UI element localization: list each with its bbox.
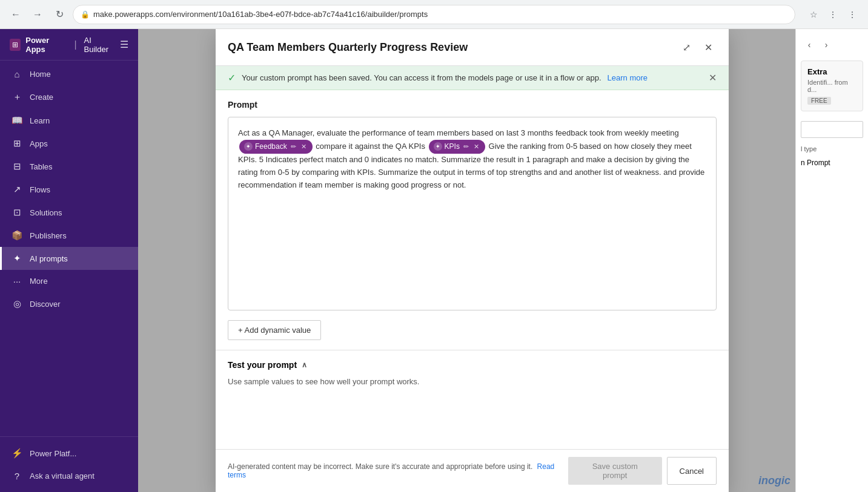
learn-more-link[interactable]: Learn more <box>608 73 648 82</box>
sidebar-footer: ⚡ Power Platf... ? Ask a virtual agent <box>0 436 138 492</box>
sidebar-item-ai-prompts[interactable]: ✦ AI prompts <box>0 247 138 270</box>
more-icon: ··· <box>12 276 22 286</box>
sidebar-item-learn[interactable]: 📖 Learn <box>0 109 138 132</box>
footer-disclaimer: AI-generated content may be incorrect. M… <box>228 462 568 479</box>
right-nav-right[interactable]: › <box>818 36 835 53</box>
sidebar-item-more[interactable]: ··· More <box>0 270 138 292</box>
right-nav-left[interactable]: ‹ <box>801 36 818 53</box>
sidebar-item-label: Create <box>30 93 53 102</box>
sidebar-item-flows[interactable]: ↗ Flows <box>0 178 138 201</box>
power-platform-icon: ⚡ <box>12 448 22 459</box>
learn-icon: 📖 <box>12 115 22 126</box>
sidebar-item-home[interactable]: ⌂ Home <box>0 63 138 85</box>
sidebar-item-publishers[interactable]: 📦 Publishers <box>0 224 138 247</box>
prompt-editor[interactable]: Act as a QA Manager, evaluate the perfor… <box>228 117 717 310</box>
sidebar-item-ask-virtual-agent[interactable]: ? Ask a virtual agent <box>0 465 138 487</box>
disclaimer-text: AI-generated content may be incorrect. M… <box>228 462 532 471</box>
extra-card-desc: Identifi... from d... <box>807 79 856 93</box>
prompt-label: Prompt <box>228 100 717 110</box>
sidebar-nav: ⌂ Home ＋ Create 📖 Learn ⊞ Apps ⊟ Tables … <box>0 61 138 436</box>
close-button[interactable]: ✕ <box>700 39 717 56</box>
right-search-input[interactable] <box>801 121 863 138</box>
extensions-button[interactable]: ⋮ <box>824 6 841 23</box>
lock-icon: 🔒 <box>81 10 90 19</box>
feedback-remove-button[interactable]: ✕ <box>300 143 308 151</box>
feedback-tag[interactable]: ✦ Feedback ✏ ✕ <box>239 140 313 154</box>
modal-footer: AI-generated content may be incorrect. M… <box>216 449 729 492</box>
sidebar-item-label: Tables <box>30 162 53 171</box>
expand-button[interactable]: ⤢ <box>678 39 695 56</box>
sidebar-item-discover[interactable]: ◎ Discover <box>0 292 138 315</box>
divider: | <box>74 39 76 50</box>
more-button[interactable]: ⋮ <box>844 6 861 23</box>
save-custom-prompt-button[interactable]: Save custom prompt <box>568 457 662 485</box>
app-name: Power Apps <box>25 36 67 54</box>
right-prompt-item[interactable]: n Prompt <box>796 155 868 171</box>
right-nav: ‹ › <box>796 34 868 56</box>
sidebar-item-create[interactable]: ＋ Create <box>0 85 138 109</box>
address-bar[interactable]: 🔒 make.powerapps.com/environment/10a161a… <box>73 5 795 24</box>
modal-header: QA Team Members Quarterly Progress Revie… <box>216 29 729 66</box>
solutions-icon: ⊡ <box>12 207 22 218</box>
product-name: AI Builder <box>84 36 115 54</box>
flows-icon: ↗ <box>12 184 22 195</box>
feedback-edit-button[interactable]: ✏ <box>290 143 297 151</box>
free-badge: FREE <box>807 97 831 105</box>
ai-prompts-icon: ✦ <box>12 253 22 264</box>
sidebar-item-apps[interactable]: ⊞ Apps <box>0 132 138 155</box>
kpis-tag-label: KPIs <box>445 141 460 153</box>
kpis-remove-button[interactable]: ✕ <box>472 143 480 151</box>
url-text: make.powerapps.com/environment/10a161ab-… <box>93 10 428 19</box>
sidebar-footer-label: Power Platf... <box>30 449 76 458</box>
prompt-text-before-feedback: Act as a QA Manager, evaluate the perfor… <box>238 128 679 137</box>
sidebar-item-tables[interactable]: ⊟ Tables <box>0 155 138 178</box>
apps-icon: ⊞ <box>12 138 22 149</box>
power-apps-icon: ⊞ <box>10 39 21 51</box>
sidebar-item-power-platform[interactable]: ⚡ Power Platf... <box>0 442 138 465</box>
browser-bar: ← → ↻ 🔒 make.powerapps.com/environment/1… <box>0 0 868 29</box>
modal-body: Prompt Act as a QA Manager, evaluate the… <box>216 90 729 449</box>
banner-close-button[interactable]: ✕ <box>709 72 717 84</box>
success-check-icon: ✓ <box>228 72 236 84</box>
kpis-edit-button[interactable]: ✏ <box>462 143 470 151</box>
prompt-section: Prompt Act as a QA Manager, evaluate the… <box>216 90 729 350</box>
discover-icon: ◎ <box>12 298 22 309</box>
sidebar-item-label: Solutions <box>30 208 62 217</box>
test-header[interactable]: Test your prompt ∧ <box>228 360 717 370</box>
back-button[interactable]: ← <box>7 6 24 23</box>
sidebar-logo: ⊞ Power Apps | AI Builder <box>10 36 115 54</box>
footer-actions: Save custom prompt Cancel <box>568 457 717 485</box>
virtual-agent-icon: ? <box>12 471 22 481</box>
hamburger-icon[interactable]: ☰ <box>120 39 128 50</box>
extra-card: Extra Identifi... from d... FREE <box>801 61 863 111</box>
modal-header-actions: ⤢ ✕ <box>678 39 717 56</box>
bookmark-button[interactable]: ☆ <box>805 6 822 23</box>
kpis-tag[interactable]: ✦ KPIs ✏ ✕ <box>429 140 485 154</box>
tag-icon: ✦ <box>244 142 253 151</box>
sidebar-item-label: Home <box>30 70 51 79</box>
forward-button[interactable]: → <box>29 6 46 23</box>
sidebar-item-solutions[interactable]: ⊡ Solutions <box>0 201 138 224</box>
sidebar-header: ⊞ Power Apps | AI Builder ☰ <box>0 29 138 61</box>
test-description: Use sample values to see how well your p… <box>228 377 419 386</box>
create-icon: ＋ <box>12 91 22 103</box>
app-container: ⊞ Power Apps | AI Builder ☰ ⌂ Home ＋ Cre… <box>0 29 868 492</box>
sidebar-footer-label: Ask a virtual agent <box>30 471 94 481</box>
refresh-button[interactable]: ↻ <box>51 6 68 23</box>
sidebar-item-label: Flows <box>30 185 50 194</box>
right-type-label: l type <box>796 143 868 155</box>
add-dynamic-value-button[interactable]: + Add dynamic value <box>228 320 321 340</box>
sidebar-item-label: Apps <box>30 139 48 148</box>
test-content: Use sample values to see how well your p… <box>228 370 717 393</box>
prompt-text-after-feedback: compare it against the QA KPIs <box>316 142 427 151</box>
success-text: Your custom prompt has been saved. You c… <box>242 73 601 82</box>
right-panel: ‹ › Extra Identifi... from d... FREE l t… <box>795 29 868 492</box>
tag-icon: ✦ <box>434 142 442 151</box>
extra-card-title: Extra <box>807 67 856 76</box>
test-section: Test your prompt ∧ Use sample values to … <box>216 350 729 403</box>
cancel-button[interactable]: Cancel <box>667 457 717 485</box>
test-title: Test your prompt <box>228 360 297 370</box>
success-banner: ✓ Your custom prompt has been saved. You… <box>216 66 729 90</box>
tables-icon: ⊟ <box>12 161 22 172</box>
modal-dialog: QA Team Members Quarterly Progress Revie… <box>216 29 729 492</box>
